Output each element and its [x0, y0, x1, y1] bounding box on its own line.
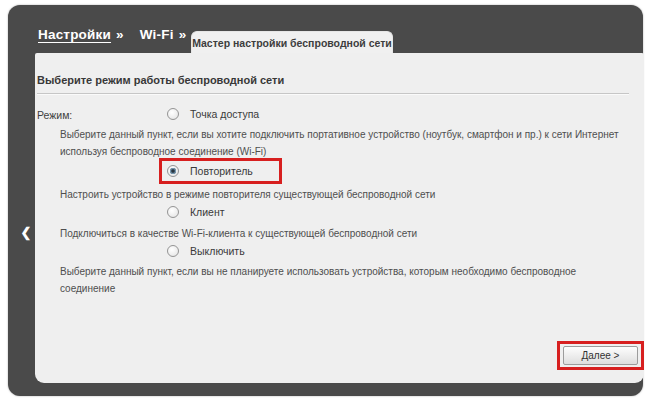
- breadcrumb-settings[interactable]: Настройки»: [38, 27, 124, 42]
- client-description: Подключиться в качестве Wi-Fi-клиента к …: [60, 225, 634, 242]
- mode-field-label: Режим:: [37, 109, 72, 121]
- repeater-description: Настроить устройство в режиме повторител…: [60, 186, 634, 203]
- radio-access-point-label[interactable]: Точка доступа: [190, 108, 259, 120]
- off-description: Выберите данный пункт, если вы не планир…: [60, 263, 634, 297]
- radio-off[interactable]: [167, 245, 179, 257]
- radio-off-label[interactable]: Выключить: [190, 245, 245, 257]
- sidebar-collapse-icon[interactable]: ❮: [18, 224, 34, 242]
- radio-access-point[interactable]: [167, 108, 179, 120]
- page-title: Выберите режим работы беспроводной сети: [37, 74, 284, 86]
- breadcrumb: Настройки» Wi-Fi»: [38, 27, 186, 42]
- wizard-content-panel: [35, 53, 644, 383]
- radio-client[interactable]: [167, 206, 179, 218]
- access-point-description: Выберите данный пункт, если вы хотите по…: [60, 126, 634, 160]
- radio-repeater[interactable]: [167, 165, 179, 177]
- tab-wireless-wizard[interactable]: Мастер настройки беспроводной сети: [191, 31, 393, 53]
- breadcrumb-wifi[interactable]: Wi-Fi»: [140, 27, 187, 42]
- radio-client-label[interactable]: Клиент: [190, 206, 225, 218]
- divider: [37, 93, 629, 95]
- router-setup-page: { "frame": { "breadcrumbs": [ { "label":…: [0, 0, 650, 401]
- next-button[interactable]: Далее >: [563, 346, 638, 365]
- radio-repeater-label[interactable]: Повторитель: [190, 165, 253, 177]
